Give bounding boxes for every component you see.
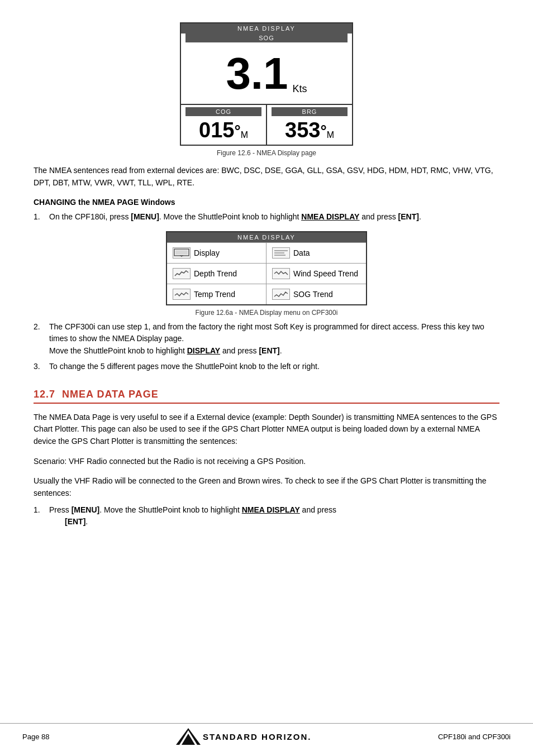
menu-cell-sog-trend: SOG Trend [266,284,366,304]
step4-mid: . Move the ShuttlePoint knob to highligh… [99,505,242,514]
section-para1: The NMEA Data Page is very useful to see… [34,412,499,448]
section-heading-12-7: 12.7 NMEA DATA PAGE [34,389,499,404]
footer-page: Page 88 [22,733,49,741]
step2-ent: [ENT] [259,346,279,355]
sog-number: 3.1 [226,48,288,99]
step-4-num: 1. [34,504,49,528]
step-4: 1. Press [MENU]. Move the ShuttlePoint k… [34,504,499,528]
cog-degree: ° [234,122,240,140]
menu-header: NMEA DISPLAY [167,232,366,242]
step-1-num: 1. [34,211,49,223]
step-3: 3. To change the 5 different pages move … [34,361,499,373]
figure-2: NMEA DISPLAY Display [34,231,499,317]
cog-label: COG [185,107,261,116]
step4-ent: [ENT] [65,517,85,526]
menu-cell-sog-label: SOG Trend [293,290,333,299]
step4-ent-indent: [ENT]. [65,517,88,526]
menu-cell-depth-trend: Depth Trend [167,264,266,284]
logo-text: STANDARD HORIZON. [203,732,312,741]
step-2-num: 2. [34,321,49,357]
sog-value: 3.1 Kts [181,42,352,99]
temp-trend-icon [173,289,191,300]
sog-label: SOG [185,34,348,42]
brg-cell: BRG 353°M [267,105,352,145]
brg-value: 353°M [272,118,348,142]
section-para3: Usually the VHF Radio will be connected … [34,475,499,499]
step4-end: and press [300,505,336,514]
menu-cell-wind-trend: Wind Speed Trend [266,264,366,284]
step2-end: and press [220,346,259,355]
cog-value: 015°M [185,118,261,142]
device-header: NMEA DISPLAY [181,23,352,34]
nmea-device-display: NMEA DISPLAY SOG 3.1 Kts COG 015°M BRG 3… [180,22,353,146]
step1-period: . [419,212,421,221]
section-para2: Scenario: VHF Radio connected but the Ra… [34,456,499,468]
device-bottom: COG 015°M BRG 353°M [181,104,352,145]
brg-degree: ° [320,122,326,140]
sog-unit: Kts [293,83,307,95]
depth-trend-icon [173,268,191,279]
section-title: NMEA DATA PAGE [62,389,159,400]
brg-suffix: M [327,130,334,140]
steps-list-3: 1. Press [MENU]. Move the ShuttlePoint k… [34,504,499,528]
step-2: 2. The CPF300i can use step 1, and from … [34,321,499,357]
svg-rect-1 [175,250,188,255]
display-icon [173,247,191,259]
step-1-content: On the CPF180i, press [MENU]. Move the S… [49,211,499,223]
step2-period: . [280,346,282,355]
menu-cell-temp-trend: Temp Trend [167,284,266,304]
step1-end: and press [359,212,398,221]
menu-grid: Display Data [167,242,366,304]
logo-icon [176,728,201,745]
page-footer: Page 88 STANDARD HORIZON. CPF180i and CP… [0,723,533,745]
data-icon [272,247,290,259]
menu-cell-depth-label: Depth Trend [194,269,237,278]
brg-number: 353 [285,118,320,142]
step4-menu: [MENU] [72,505,100,514]
step-3-content: To change the 5 different pages move the… [49,361,499,373]
brg-label: BRG [272,107,348,116]
step4-pre: Press [49,505,72,514]
steps-list: 1. On the CPF180i, press [MENU]. Move th… [34,211,499,223]
menu-cell-wind-label: Wind Speed Trend [293,269,358,278]
sog-trend-icon [272,289,290,300]
step1-mid: . Move the ShuttlePoint knob to highligh… [159,212,302,221]
menu-cell-temp-label: Temp Trend [194,290,235,299]
figure-1-caption: Figure 12.6 - NMEA Display page [217,149,316,157]
wind-trend-icon [272,268,290,279]
menu-cell-display: Display [167,243,266,264]
section-num: 12.7 [34,389,55,400]
step2-display-link: DISPLAY [187,346,220,355]
step1-menu: [MENU] [131,212,159,221]
step-2-content: The CPF300i can use step 1, and from the… [49,321,499,357]
menu-cell-data: Data [266,243,366,264]
figure-2-caption: Figure 12.6a - NMEA Display menu on CPF3… [196,309,338,317]
step-1: 1. On the CPF180i, press [MENU]. Move th… [34,211,499,223]
heading1: CHANGING the NMEA PAGE Windows [34,197,499,209]
menu-cell-data-label: Data [293,248,310,257]
nmea-menu-display: NMEA DISPLAY Display [166,231,367,305]
steps-list-2: 2. The CPF300i can use step 1, and from … [34,321,499,373]
footer-logo: STANDARD HORIZON. [176,728,312,745]
step1-link: NMEA DISPLAY [301,212,359,221]
step4-period: . [85,517,88,526]
step1-ent: [ENT] [398,212,419,221]
cog-suffix: M [241,130,248,140]
para1-text: The NMEA sentences read from external de… [34,166,493,187]
step1-pre: On the CPF180i, press [49,212,131,221]
step4-link: NMEA DISPLAY [242,505,300,514]
figure-1: NMEA DISPLAY SOG 3.1 Kts COG 015°M BRG 3… [34,22,499,157]
footer-model: CPF180i and CPF300i [438,733,511,741]
cog-cell: COG 015°M [181,105,267,145]
step-4-content: Press [MENU]. Move the ShuttlePoint knob… [49,504,499,528]
heading1-text: CHANGING the NMEA PAGE Windows [34,198,175,207]
cog-number: 015 [199,118,234,142]
body-para1: The NMEA sentences read from external de… [34,165,499,189]
menu-cell-display-label: Display [194,248,220,257]
step-3-num: 3. [34,361,49,373]
